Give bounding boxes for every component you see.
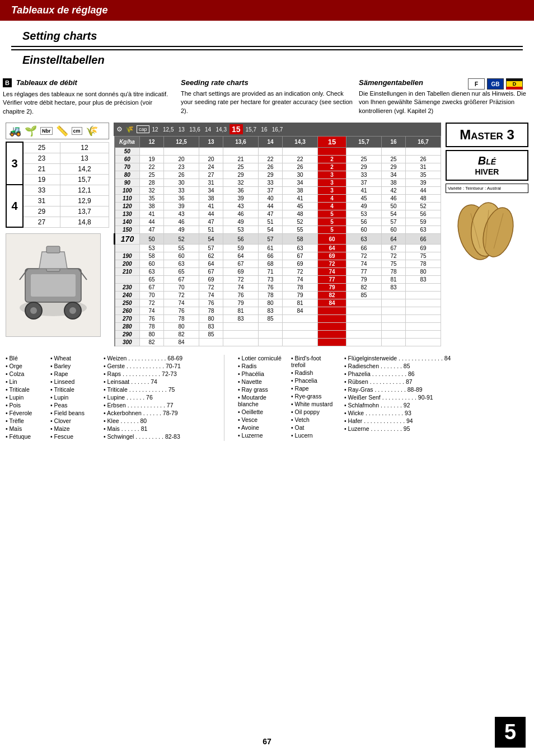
chart-cell: 55 — [164, 245, 199, 252]
list-item: • Flügelginsterweide . . . . . . . . . .… — [344, 355, 528, 361]
list-de: • Weizen . . . . . . . . . . . . 68-69• … — [104, 355, 216, 441]
svg-marker-10 — [39, 252, 67, 269]
chart-cell: 22 — [259, 156, 283, 163]
table-row: 65676972737477798183 — [115, 276, 441, 284]
hiver-title: Hiver — [450, 167, 524, 176]
chart-cell — [223, 331, 259, 339]
list-item: • Lupin — [6, 394, 42, 401]
chart-cell — [381, 292, 405, 299]
list-item: • Féverole — [6, 410, 42, 416]
chart-cell: 64 — [199, 260, 223, 268]
chart-cell: 67 — [140, 284, 164, 292]
list-item: • Weizen . . . . . . . . . . . . 68-69 — [104, 355, 216, 361]
list-fr: • Blé• Orge• Colza• Lin• Triticale• Lupi… — [6, 355, 42, 441]
chart-cell: 76 — [223, 292, 259, 299]
chart-cell: 5 — [318, 210, 346, 218]
seeding-table: Kg/ha 12 12,5 13 13,6 14 14,3 15 15,7 16… — [114, 136, 441, 346]
row-3-label: 3 — [6, 142, 23, 185]
list-item: • Lucern — [291, 432, 336, 439]
list-item: • Clover — [50, 417, 95, 424]
table-row: 21063656769717274777880 — [115, 268, 441, 276]
chart-cell: 29 — [346, 163, 382, 171]
chart-cell — [283, 315, 318, 323]
chart-cell: 76 — [140, 315, 164, 323]
chart-cell: 26 — [283, 163, 318, 171]
chart-cell: 83 — [381, 284, 405, 292]
icon-b: B — [3, 78, 12, 87]
chart-cell: 69 — [318, 252, 346, 260]
chart-cell: 72 — [381, 252, 405, 260]
chart-cell — [406, 307, 441, 315]
chart-cell — [283, 339, 318, 346]
chart-cell — [223, 339, 259, 346]
chart-cell: 81 — [223, 307, 259, 315]
chart-cell: 80 — [259, 299, 283, 307]
chart-cell: 3 — [318, 171, 346, 179]
flag-f[interactable]: F — [468, 78, 485, 90]
chart-cell: 82 — [318, 292, 346, 299]
table-cell: 14,8 — [60, 217, 109, 227]
chart-cell: 67 — [283, 252, 318, 260]
chart-cell: 28 — [140, 179, 164, 187]
chart-cell: 70 — [140, 292, 164, 299]
list-item: • Maize — [50, 425, 95, 432]
sowing-icon: 🌱 — [25, 125, 37, 137]
chart-cell: 49 — [346, 203, 382, 210]
table-row: 20060636467686972747578 — [115, 260, 441, 268]
kgha-cell: 190 — [115, 252, 140, 260]
col-h-13: 13 — [199, 137, 223, 148]
chart-cell: 67 — [381, 245, 405, 252]
chart-cell: 40 — [259, 195, 283, 203]
kgha-cell: 210 — [115, 268, 140, 276]
flag-d[interactable]: D — [506, 78, 523, 90]
chart-cell: 25 — [381, 156, 405, 163]
chart-cell: 83 — [406, 276, 441, 284]
chart-cell: 85 — [259, 315, 283, 323]
chart-cell: 46 — [381, 195, 405, 203]
chart-cell: 50 — [140, 234, 164, 245]
chart-cell — [406, 323, 441, 331]
chart-cell: 25 — [346, 156, 382, 163]
col-h-136: 13,6 — [223, 137, 259, 148]
chart-cell: 80 — [140, 331, 164, 339]
chart-cell: 57 — [381, 218, 405, 226]
chart-cell: 49 — [223, 218, 259, 226]
chart-cell: 30 — [164, 179, 199, 187]
chart-cell — [140, 148, 164, 156]
info-de-title: Sämengentabellen — [359, 78, 423, 87]
chart-cell: 2 — [318, 163, 346, 171]
chart-cell: 63 — [406, 226, 441, 234]
kgha-cell: 270 — [115, 315, 140, 323]
chart-cell: 84 — [283, 307, 318, 315]
chart-cell: 69 — [223, 268, 259, 276]
chart-cell: 26 — [164, 171, 199, 179]
chart-cell: 34 — [199, 187, 223, 195]
col-h-16: 16 — [381, 137, 405, 148]
chart-cell: 80 — [199, 315, 223, 323]
list-item: • Schwingel . . . . . . . . . 82-83 — [104, 433, 216, 440]
chart-cell — [406, 339, 441, 346]
chart-cell: 20 — [164, 156, 199, 163]
chart-cell: 78 — [406, 260, 441, 268]
list-item: • Rye-grass — [291, 393, 336, 400]
chart-cell: 33 — [346, 171, 382, 179]
list-item: • Oeillette — [238, 408, 283, 415]
col-h-167: 16,7 — [406, 137, 441, 148]
chart-cell: 74 — [140, 307, 164, 315]
chart-cell: 63 — [140, 268, 164, 276]
flag-gb[interactable]: GB — [487, 78, 504, 90]
table-row: 53555759616364666769 — [115, 245, 441, 252]
table-cell: 31 — [23, 195, 60, 206]
list-item: • Hafer . . . . . . . . . . . . . 94 — [344, 417, 528, 424]
list-item: • Trèfle — [6, 417, 42, 424]
chart-cell: 74 — [164, 299, 199, 307]
chart-cell: 72 — [140, 299, 164, 307]
chart-cell — [406, 284, 441, 292]
info-de-body: Die Einstellungen in den Tabellen dienen… — [359, 90, 531, 115]
title-einstelltabellen: Einstelltabellen — [11, 50, 523, 70]
chart-cell — [381, 307, 405, 315]
right-panel: Master 3 Blé Hiver Variété : Teintseur :… — [446, 123, 528, 346]
table-row: 1304143444647485535456 — [115, 210, 441, 218]
chart-cell: 35 — [140, 195, 164, 203]
list-item: • Raps . . . . . . . . . . . . 72-73 — [104, 370, 216, 377]
